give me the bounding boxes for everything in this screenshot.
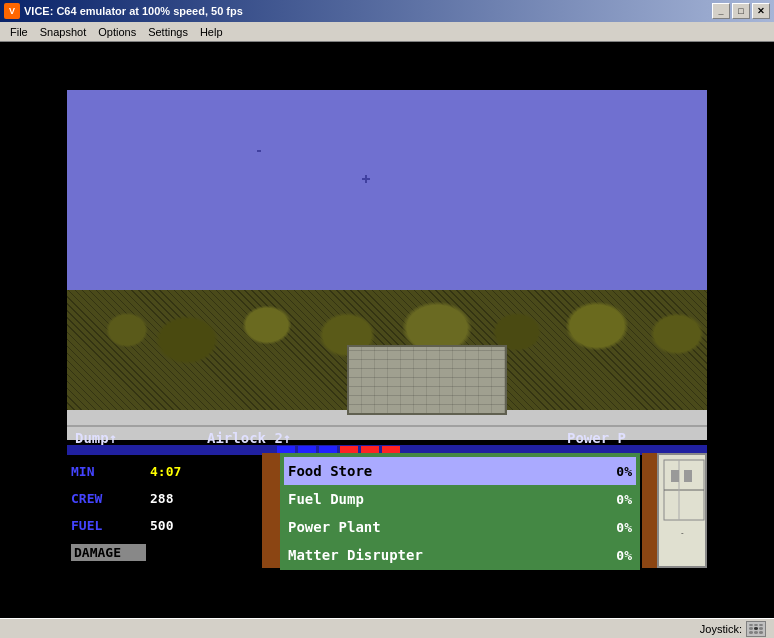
hud-crew-row: CREW 288 — [71, 486, 273, 511]
svg-text:-: - — [681, 528, 684, 537]
sky-detail-1 — [257, 150, 261, 152]
location-dump: Dump↑ — [75, 430, 117, 446]
game-sky — [67, 90, 707, 290]
minimize-button[interactable]: _ — [712, 3, 730, 19]
emulator-window: Dump↑ Airlock 2↑ Power P Ma- MIN 4:07 CR… — [0, 42, 774, 618]
joystick-status: Joystick: — [700, 621, 766, 637]
menu-file[interactable]: File — [4, 24, 34, 40]
hud-damage-row: DAMAGE — [71, 540, 273, 565]
joystick-label: Joystick: — [700, 623, 742, 635]
mini-map: - — [657, 453, 707, 568]
menu-item-food-store-label: Food Store — [288, 463, 372, 479]
hud-fuel-row: FUEL 500 — [71, 513, 273, 538]
window-title: VICE: C64 emulator at 100% speed, 50 fps — [24, 5, 712, 17]
menu-item-power-plant-label: Power Plant — [288, 519, 381, 535]
joy-dot-4 — [749, 627, 753, 630]
joy-dot-1 — [749, 624, 753, 627]
mini-map-svg: - — [659, 455, 705, 566]
hud-crew-value: 288 — [150, 491, 173, 506]
menu-item-fuel-dump-pct: 0% — [616, 492, 632, 507]
menubar: File Snapshot Options Settings Help — [0, 22, 774, 42]
close-button[interactable]: ✕ — [752, 3, 770, 19]
menu-item-food-store-pct: 0% — [616, 464, 632, 479]
location-power: Power P — [567, 430, 626, 446]
game-screen[interactable]: Dump↑ Airlock 2↑ Power P Ma- MIN 4:07 CR… — [67, 90, 707, 570]
location-airlock: Airlock 2↑ — [207, 430, 291, 446]
hud-percent-row: % — [71, 567, 273, 570]
menu-item-power-plant[interactable]: Power Plant 0% — [288, 513, 632, 541]
road-center-line — [67, 425, 707, 427]
joy-dot-2 — [754, 624, 758, 627]
svg-rect-3 — [671, 470, 679, 482]
menu-item-matter-disrupter[interactable]: Matter Disrupter 0% — [288, 541, 632, 569]
maximize-button[interactable]: □ — [732, 3, 750, 19]
hud-min-value: 4:07 — [150, 464, 181, 479]
menu-item-power-plant-pct: 0% — [616, 520, 632, 535]
sidebar-left — [262, 453, 280, 568]
hud-menu: Food Store 0% Fuel Dump 0% Power Plant 0… — [280, 453, 640, 570]
menu-settings[interactable]: Settings — [142, 24, 194, 40]
menu-help[interactable]: Help — [194, 24, 229, 40]
hud-crew-label: CREW — [71, 491, 146, 506]
joy-dot-8 — [754, 631, 758, 634]
hud-fuel-value: 500 — [150, 518, 173, 533]
menu-item-food-store[interactable]: Food Store 0% — [284, 457, 636, 485]
menu-item-matter-disrupter-label: Matter Disrupter — [288, 547, 423, 563]
hud-fuel-label: FUEL — [71, 518, 146, 533]
menu-item-fuel-dump[interactable]: Fuel Dump 0% — [288, 485, 632, 513]
game-building — [347, 345, 507, 415]
building-texture — [349, 347, 505, 413]
hud-min-row: MIN 4:07 — [71, 459, 273, 484]
menu-options[interactable]: Options — [92, 24, 142, 40]
app-icon: V — [4, 3, 20, 19]
joy-dot-6 — [759, 627, 763, 630]
menu-item-matter-disrupter-pct: 0% — [616, 548, 632, 563]
statusbar: Joystick: — [0, 618, 774, 638]
hud-stats-panel: MIN 4:07 CREW 288 FUEL 500 DAMAGE % — [67, 455, 277, 570]
joy-dot-7 — [749, 631, 753, 634]
mini-map-content: - — [659, 455, 705, 566]
svg-rect-4 — [684, 470, 692, 482]
menu-item-fuel-dump-label: Fuel Dump — [288, 491, 364, 507]
joy-dot-9 — [759, 631, 763, 634]
joystick-indicator — [746, 621, 766, 637]
window-controls: _ □ ✕ — [712, 3, 770, 19]
menu-snapshot[interactable]: Snapshot — [34, 24, 92, 40]
hud-damage-label: DAMAGE — [71, 544, 146, 561]
joy-dot-3 — [759, 624, 763, 627]
joy-dot-center — [754, 627, 758, 630]
hud-min-label: MIN — [71, 464, 146, 479]
titlebar: V VICE: C64 emulator at 100% speed, 50 f… — [0, 0, 774, 22]
